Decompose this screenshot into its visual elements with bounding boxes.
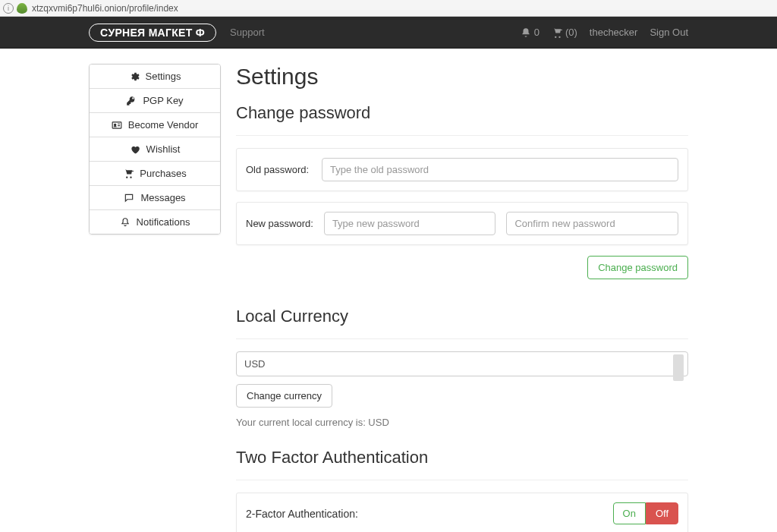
- cart-icon: [123, 168, 134, 179]
- nav-cart[interactable]: (0): [552, 27, 577, 38]
- cart-icon: [552, 27, 562, 38]
- sidebar-item-label: PGP Key: [143, 95, 183, 106]
- old-password-input[interactable]: [322, 158, 678, 181]
- chat-icon: [124, 193, 134, 203]
- sidebar-item-pgp[interactable]: PGP Key: [90, 89, 220, 113]
- section-two-factor: Two Factor Authentication: [236, 448, 688, 467]
- sidebar-item-label: Settings: [146, 71, 181, 82]
- sidebar-item-notifications[interactable]: Notifications: [90, 210, 220, 234]
- info-icon: i: [3, 3, 14, 14]
- two-factor-off[interactable]: Off: [646, 502, 678, 524]
- sidebar-item-wishlist[interactable]: Wishlist: [90, 137, 220, 162]
- two-factor-on[interactable]: On: [613, 502, 646, 524]
- url-text: xtzqxvmi6p7hul6i.onion/profile/index: [32, 3, 178, 14]
- browser-url-bar: i xtzqxvmi6p7hul6i.onion/profile/index: [0, 0, 777, 17]
- sidebar-item-label: Purchases: [140, 168, 186, 179]
- id-card-icon: [112, 120, 122, 131]
- tor-onion-icon: [17, 3, 27, 14]
- current-currency-note: Your current local currency is: USD: [236, 417, 688, 428]
- key-icon: [126, 96, 137, 106]
- nav-sign-out[interactable]: Sign Out: [650, 27, 688, 38]
- confirm-password-input[interactable]: [506, 212, 678, 235]
- sidebar-item-purchases[interactable]: Purchases: [90, 162, 220, 186]
- old-password-panel: Old password:: [236, 148, 688, 191]
- sidebar-item-label: Wishlist: [146, 143, 181, 155]
- new-password-label: New password:: [246, 218, 313, 229]
- two-factor-panel: 2-Factor Authentication: On Off: [236, 493, 688, 532]
- gear-icon: [129, 71, 140, 82]
- nav-support[interactable]: Support: [230, 27, 265, 38]
- new-password-input[interactable]: [324, 212, 496, 235]
- main-content: Settings Change password Old password: N…: [236, 64, 688, 532]
- sidebar-item-messages[interactable]: Messages: [90, 186, 220, 210]
- sidebar-item-settings[interactable]: Settings: [90, 65, 220, 89]
- brand-logo[interactable]: CУРНЕЯ МАГКЕТ Ф: [89, 24, 216, 42]
- two-factor-label: 2-Factor Authentication:: [246, 508, 358, 520]
- two-factor-toggle: On Off: [613, 502, 678, 524]
- currency-select[interactable]: USD: [236, 351, 688, 376]
- currency-select-wrap: USD: [236, 351, 688, 384]
- notifications-count: 0: [534, 27, 539, 38]
- change-password-button[interactable]: Change password: [587, 256, 688, 279]
- sidebar-item-label: Notifications: [137, 216, 190, 228]
- nav-username[interactable]: thechecker: [590, 27, 638, 38]
- page-title: Settings: [236, 64, 688, 90]
- heart-icon: [130, 144, 140, 155]
- change-currency-button[interactable]: Change currency: [236, 384, 332, 408]
- sidebar-item-label: Messages: [140, 192, 185, 203]
- top-navbar: CУРНЕЯ МАГКЕТ Ф Support 0 (0) thechecker…: [0, 17, 777, 49]
- section-local-currency: Local Currency: [236, 307, 688, 326]
- bell-icon: [521, 27, 531, 38]
- settings-sidebar: Settings PGP Key Become Vendor Wishlist …: [89, 64, 221, 235]
- cart-count: (0): [565, 27, 577, 38]
- new-password-panel: New password:: [236, 202, 688, 245]
- sidebar-item-label: Become Vendor: [128, 119, 199, 131]
- old-password-label: Old password:: [246, 164, 311, 175]
- nav-notifications[interactable]: 0: [521, 27, 539, 38]
- sidebar-item-vendor[interactable]: Become Vendor: [90, 113, 220, 137]
- section-change-password: Change password: [236, 103, 688, 123]
- bell-icon: [120, 217, 131, 228]
- svg-point-1: [114, 124, 115, 125]
